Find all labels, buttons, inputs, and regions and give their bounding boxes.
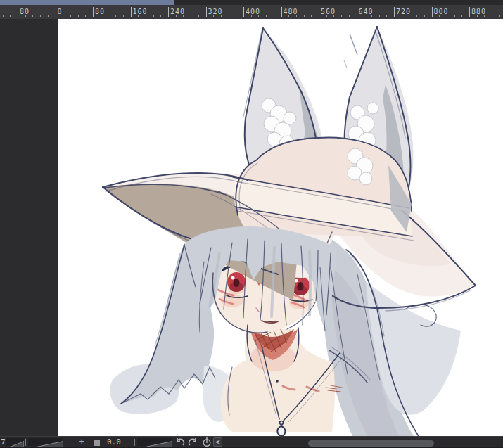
ruler-major-tick: [469, 7, 470, 17]
horizontal-scrollbar-bottom-thumb[interactable]: [308, 440, 434, 447]
canvas-artwork: [58, 19, 503, 436]
ruler-minor-tick: [63, 15, 63, 17]
ruler-label: 0: [58, 8, 63, 16]
status-bar: 7 − + 0.0 <: [0, 436, 503, 448]
ruler-minor-tick: [48, 15, 49, 17]
undo-icon[interactable]: [175, 437, 185, 447]
ruler-minor-tick: [461, 15, 462, 17]
ruler-major-tick: [281, 7, 282, 17]
zoom-in-button[interactable]: +: [77, 438, 87, 446]
ruler-minor-tick: [447, 15, 447, 17]
ruler-minor-tick: [123, 15, 124, 17]
ruler-minor-tick: [424, 15, 425, 17]
ruler-minor-tick: [379, 15, 380, 17]
ruler-major-tick: [93, 7, 94, 17]
ruler-minor-tick: [3, 15, 4, 17]
ruler-minor-tick: [454, 15, 455, 17]
ruler-minor-tick: [296, 15, 297, 17]
ruler-minor-tick: [85, 15, 86, 17]
ruler-major-tick: [56, 7, 56, 17]
separator: [25, 439, 26, 446]
ruler-minor-tick: [499, 15, 500, 17]
separator: [134, 439, 135, 446]
ruler-minor-tick: [386, 15, 387, 17]
ruler-minor-tick: [236, 15, 236, 17]
ruler-minor-tick: [138, 15, 139, 17]
ruler-minor-tick: [416, 15, 417, 17]
ruler-minor-tick: [229, 15, 229, 17]
ruler-minor-tick: [364, 15, 364, 17]
ruler-minor-tick: [409, 15, 409, 17]
zoom-slider[interactable]: [28, 438, 63, 446]
zoom-slider-small[interactable]: [6, 438, 24, 446]
ruler-major-tick: [18, 7, 18, 17]
ruler-minor-tick: [304, 15, 305, 17]
ruler-major-tick: [131, 7, 132, 17]
ruler-minor-tick: [477, 15, 478, 17]
ruler-minor-tick: [153, 15, 154, 17]
ruler-major-tick: [394, 7, 395, 17]
separator: [103, 439, 103, 446]
ruler-minor-tick: [402, 15, 402, 17]
ruler-minor-tick: [221, 15, 222, 17]
ruler-major-tick: [432, 7, 433, 17]
ruler-major-tick: [319, 7, 319, 17]
reset-rotation-icon[interactable]: [202, 437, 212, 447]
ruler-minor-tick: [349, 15, 350, 17]
ruler-minor-tick: [176, 15, 177, 17]
drawing-canvas[interactable]: [58, 19, 503, 436]
collapse-bar-button[interactable]: <: [213, 437, 222, 447]
zoom-reset-button[interactable]: [94, 440, 100, 446]
ruler-minor-tick: [274, 15, 274, 17]
ruler-minor-tick: [115, 15, 116, 17]
horizontal-scrollbar-top[interactable]: [0, 0, 503, 5]
ruler-minor-tick: [492, 15, 492, 17]
ruler-major-tick: [206, 7, 207, 17]
pasteboard-area: [0, 19, 58, 436]
zoom-out-button[interactable]: −: [61, 438, 70, 446]
ruler-minor-tick: [258, 15, 259, 17]
horizontal-ruler: 80080160240320400480560640720800880: [0, 5, 503, 19]
ruler-minor-tick: [25, 15, 26, 17]
ruler-minor-tick: [251, 15, 252, 17]
ruler-major-tick: [243, 7, 244, 17]
ruler-minor-tick: [266, 15, 267, 17]
ruler-minor-tick: [146, 15, 146, 17]
ruler-minor-tick: [333, 15, 334, 17]
ruler-minor-tick: [198, 15, 199, 17]
workspace: [0, 19, 503, 436]
ruler-minor-tick: [183, 15, 184, 17]
ruler-minor-tick: [70, 15, 71, 17]
ruler-minor-tick: [191, 15, 191, 17]
ruler-minor-tick: [32, 15, 33, 17]
redo-icon[interactable]: [188, 437, 198, 447]
horizontal-scrollbar-top-thumb[interactable]: [0, 0, 174, 5]
ruler-minor-tick: [371, 15, 372, 17]
ruler-minor-tick: [326, 15, 327, 17]
paint-app-window: 80080160240320400480560640720800880: [0, 0, 503, 448]
ruler-minor-tick: [311, 15, 312, 17]
ruler-minor-tick: [160, 15, 161, 17]
ruler-minor-tick: [78, 15, 79, 17]
ruler-minor-tick: [213, 15, 214, 17]
ruler-minor-tick: [108, 15, 108, 17]
ruler-major-tick: [357, 7, 357, 17]
rotation-angle-value[interactable]: 0.0: [107, 438, 127, 446]
ruler-minor-tick: [288, 15, 289, 17]
ruler-minor-tick: [484, 15, 485, 17]
ruler-minor-tick: [101, 15, 101, 17]
ruler-minor-tick: [10, 15, 11, 17]
ruler-minor-tick: [40, 15, 41, 17]
ruler-minor-tick: [341, 15, 342, 17]
rotation-slider[interactable]: [137, 438, 172, 446]
zoom-percent-value[interactable]: 7: [1, 438, 6, 446]
ruler-minor-tick: [439, 15, 440, 17]
ruler-major-tick: [168, 7, 169, 17]
